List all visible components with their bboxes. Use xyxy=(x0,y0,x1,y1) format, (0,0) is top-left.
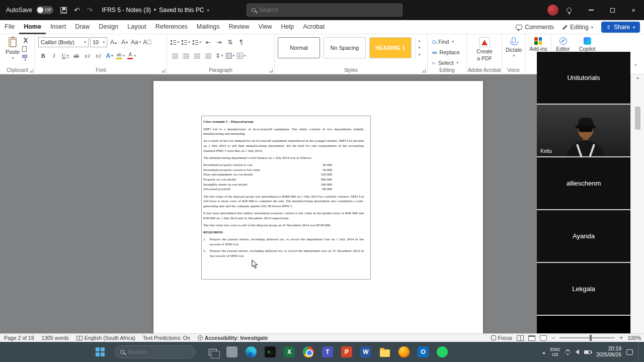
proofing-status[interactable]: English (South Africa) xyxy=(76,335,135,341)
line-spacing-button[interactable]: ⇕▾ xyxy=(214,51,224,61)
create-pdf-button[interactable]: Create a PDF xyxy=(476,37,493,61)
tab-references[interactable]: References xyxy=(151,20,192,34)
scrollbar-thumb[interactable] xyxy=(635,107,640,130)
save-icon[interactable] xyxy=(60,7,67,14)
search-input[interactable] xyxy=(259,7,380,14)
dialog-launcher-icon[interactable] xyxy=(30,69,33,72)
document-page[interactable]: Class example 3 – Disposal group SRFI Lt… xyxy=(153,81,483,333)
terminal-icon[interactable]: >_ xyxy=(265,346,276,357)
font-size-combo[interactable]: 10 ▾ xyxy=(90,37,107,47)
account-avatar[interactable] xyxy=(547,5,558,16)
text-effects-button[interactable]: A▾ xyxy=(105,51,114,61)
participant-tile-video[interactable]: Keitu xyxy=(537,105,630,157)
taskbar-search[interactable] xyxy=(115,345,195,358)
zoom-slider[interactable] xyxy=(559,337,615,338)
dictate-button[interactable]: Dictate ▾ xyxy=(506,37,522,58)
firefox-icon[interactable] xyxy=(398,346,410,357)
teams-icon[interactable]: T xyxy=(322,346,333,357)
dialog-launcher-icon[interactable] xyxy=(162,69,165,72)
tab-review[interactable]: Review xyxy=(224,20,254,34)
tab-help[interactable]: Help xyxy=(276,20,298,34)
align-right-button[interactable] xyxy=(192,51,202,61)
multilevel-list-button[interactable]: ▾ xyxy=(192,37,202,47)
tab-layout[interactable]: Layout xyxy=(123,20,151,34)
superscript-button[interactable]: x2 xyxy=(94,51,103,61)
close-button[interactable]: × xyxy=(623,0,644,20)
volume-icon[interactable] xyxy=(576,349,579,354)
numbering-button[interactable]: ▾ xyxy=(181,37,191,47)
participant-tile[interactable]: Ayanda xyxy=(537,210,630,263)
start-button[interactable] xyxy=(96,347,105,356)
print-layout-icon[interactable] xyxy=(528,335,535,341)
document-title[interactable]: IFRS 5 - Notes (3) • Saved to this PC ▾ xyxy=(102,7,209,14)
addins-button[interactable]: Add-ins xyxy=(529,37,547,52)
search-box[interactable] xyxy=(247,4,403,17)
tab-file[interactable]: File xyxy=(0,20,19,34)
highlight-button[interactable]: ab▾ xyxy=(116,51,125,61)
participant-tile[interactable]: Unitutorials xyxy=(537,52,630,105)
web-layout-icon[interactable] xyxy=(540,335,547,341)
network-icon[interactable] xyxy=(565,349,571,355)
grow-font-button[interactable]: A▴ xyxy=(109,37,118,47)
italic-button[interactable]: I xyxy=(49,51,59,61)
style-heading-1[interactable]: HEADING 1 xyxy=(369,37,412,58)
lightbulb-icon[interactable] xyxy=(567,8,572,13)
select-button[interactable]: ▻ Select ▾ xyxy=(432,59,460,67)
show-paragraph-marks-button[interactable]: ¶ xyxy=(236,37,246,47)
tab-view[interactable]: View xyxy=(254,20,277,34)
tab-design[interactable]: Design xyxy=(94,20,123,34)
zoom-in-icon[interactable]: + xyxy=(619,334,623,341)
page-indicator[interactable]: Page 2 of 19 xyxy=(4,335,34,341)
tab-acrobat[interactable]: Acrobat xyxy=(298,20,329,34)
outlook-icon[interactable]: O xyxy=(418,346,429,357)
cut-icon[interactable] xyxy=(22,37,28,43)
word-count[interactable]: 1305 words xyxy=(42,335,69,341)
autosave-toggle[interactable]: Off xyxy=(36,6,53,14)
scroll-up-icon[interactable]: ▴ xyxy=(631,75,644,80)
subscript-button[interactable]: x2 xyxy=(83,51,92,61)
align-left-button[interactable] xyxy=(170,51,180,61)
language-indicator[interactable]: ENG US xyxy=(550,347,560,357)
paste-button[interactable]: Paste ▾ xyxy=(4,37,21,68)
comments-button[interactable]: Comments xyxy=(516,24,554,31)
text-predictions[interactable]: Text Predictions: On xyxy=(143,335,190,341)
show-desktop-button[interactable] xyxy=(638,342,640,362)
copilot-button[interactable]: Copilot xyxy=(579,37,596,52)
replace-button[interactable]: ab Replace xyxy=(432,48,460,56)
tab-mailings[interactable]: Mailings xyxy=(192,20,224,34)
collapse-ribbon-icon[interactable]: ⌃ xyxy=(633,63,638,70)
dialog-launcher-icon[interactable] xyxy=(269,69,273,72)
focus-button[interactable]: Focus xyxy=(491,335,513,341)
clear-formatting-button[interactable]: A⃠ xyxy=(142,37,152,47)
editor-button[interactable]: Editor xyxy=(556,37,570,52)
change-case-button[interactable]: Aa▾ xyxy=(131,37,141,47)
underline-button[interactable]: U▾ xyxy=(60,51,70,61)
accessibility-status[interactable]: Accessibility: Investigate xyxy=(198,335,268,341)
copy-icon[interactable] xyxy=(22,46,27,52)
chrome-icon[interactable] xyxy=(303,346,314,357)
styles-gallery-scroll[interactable]: ▴ ▾ ▾ xyxy=(415,37,423,58)
undo-icon[interactable]: ↶ xyxy=(74,6,80,14)
tray-expand-icon[interactable]: ▴ xyxy=(542,349,545,355)
find-button[interactable]: Find ▾ xyxy=(432,38,460,46)
dialog-launcher-icon[interactable] xyxy=(422,69,426,72)
font-name-combo[interactable]: Calibri (Body) ▾ xyxy=(38,37,89,47)
decrease-indent-button[interactable]: ⇤ xyxy=(203,37,213,47)
embedded-document-image[interactable]: Class example 3 – Disposal group SRFI Lt… xyxy=(201,116,371,280)
tab-insert[interactable]: Insert xyxy=(46,20,70,34)
redo-icon[interactable]: ↷ xyxy=(87,6,93,14)
battery-icon[interactable] xyxy=(584,350,591,354)
action-center-icon[interactable] xyxy=(626,349,633,355)
strikethrough-button[interactable]: ab xyxy=(71,51,81,61)
zoom-slider-thumb[interactable] xyxy=(590,335,592,341)
participant-tile[interactable]: allieschenm xyxy=(537,157,630,210)
zoom-out-icon[interactable]: − xyxy=(551,334,555,341)
participant-tile[interactable]: Lekgala xyxy=(537,263,630,316)
document-scrollbar[interactable]: ▴ xyxy=(630,74,644,333)
increase-indent-button[interactable]: ⇥ xyxy=(214,37,224,47)
read-mode-icon[interactable] xyxy=(517,335,524,341)
shrink-font-button[interactable]: A▾ xyxy=(120,37,129,47)
borders-button[interactable]: ▾ xyxy=(236,51,246,61)
font-color-button[interactable]: A▾ xyxy=(127,51,136,61)
word-icon[interactable]: W xyxy=(360,346,371,357)
